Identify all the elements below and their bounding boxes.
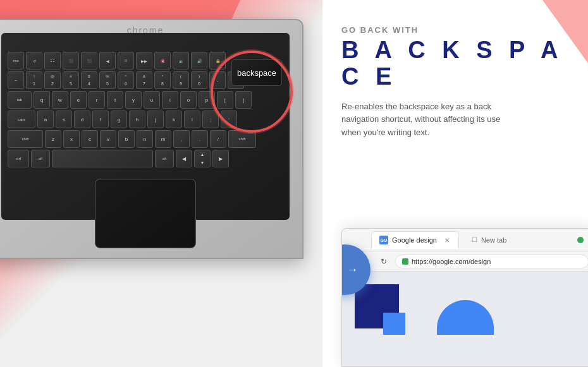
key-u: u: [144, 91, 160, 109]
key-b: b: [118, 130, 135, 148]
active-tab-label: Google design: [392, 236, 437, 244]
key-shiftL: shift: [8, 130, 43, 148]
key-9: (9: [173, 71, 189, 89]
key-d: d: [74, 111, 90, 128]
key-x: x: [63, 130, 80, 148]
key-a: a: [37, 111, 54, 128]
trackpad: [95, 179, 196, 248]
new-tab-label: New tab: [481, 236, 506, 244]
key-space: [52, 150, 153, 167]
key-l: l: [184, 111, 200, 128]
url-text: https://google.com/design: [412, 258, 491, 265]
key-r: r: [89, 91, 105, 109]
key-row-ctrl: ctrl alt alt ◀ ▲▼ ▶: [8, 150, 283, 167]
forward-arrow-icon: →: [346, 263, 358, 277]
main-title: B A C K S P A C E: [341, 37, 569, 90]
address-bar: ↻ https://google.com/design: [342, 251, 588, 272]
key-up-down: ▲▼: [194, 150, 211, 167]
key-2: @2: [44, 71, 61, 89]
key-5: %5: [99, 71, 116, 89]
key-altR: alt: [155, 150, 174, 167]
key-s: s: [56, 111, 72, 128]
key-i: i: [162, 91, 178, 109]
right-panel: GO BACK WITH B A C K S P A C E Re-enable…: [322, 0, 588, 367]
key-n: n: [137, 130, 153, 148]
key-left: ◀: [176, 150, 192, 167]
url-input[interactable]: https://google.com/design: [395, 255, 588, 268]
key-k: k: [166, 111, 182, 128]
browser-mockup: ← → GO Google design ✕ ☐ New tab: [341, 228, 588, 367]
key-caps: caps: [8, 111, 35, 128]
key-8: *8: [154, 71, 171, 89]
secure-icon: [402, 258, 408, 265]
keyboard-wrapper: chrome esc ↺ ⛶ ⬛ ⬛ ◀ ▶⃝ ▶▶: [0, 19, 322, 284]
key-q: q: [34, 91, 50, 109]
browser-tab-bar: GO Google design ✕ ☐ New tab: [342, 229, 588, 251]
refresh-button[interactable]: ↻: [377, 255, 390, 268]
key-m: m: [155, 130, 171, 148]
tab-close-icon[interactable]: ✕: [443, 236, 451, 244]
browser-content-area: [342, 272, 588, 347]
key-row-shift: shift z x c v b n m , . / shift: [8, 130, 283, 148]
key-f: f: [92, 111, 109, 128]
blue-square: [383, 313, 405, 335]
backspace-highlight-circle: [211, 51, 293, 133]
key-e: e: [70, 91, 87, 109]
key-f9: 🔉: [173, 52, 189, 69]
key-f6: ▶⃝: [118, 52, 134, 69]
blue-semicircle: [437, 300, 494, 335]
color-squares: [355, 284, 405, 335]
key-t: t: [107, 91, 123, 109]
subtitle: GO BACK WITH: [341, 25, 569, 35]
key-period: .: [192, 130, 208, 148]
key-y: y: [125, 91, 142, 109]
inactive-tab[interactable]: ☐ New tab: [464, 231, 514, 249]
key-f4: ⬛: [81, 52, 97, 69]
key-slash: /: [210, 130, 226, 148]
key-ctrl: ctrl: [8, 150, 29, 167]
nav-buttons: ← →: [341, 263, 358, 277]
key-o: o: [180, 91, 197, 109]
key-v: v: [100, 130, 116, 148]
key-w: w: [52, 91, 68, 109]
key-esc: esc: [8, 52, 24, 69]
active-tab[interactable]: GO Google design ✕: [371, 231, 459, 249]
description-text: Re-enables the backspace key as a back n…: [341, 100, 518, 140]
green-dot-decoration: [577, 237, 584, 243]
key-shiftR: shift: [228, 130, 256, 148]
key-comma: ,: [173, 130, 190, 148]
key-alt: alt: [31, 150, 50, 167]
key-3: #3: [63, 71, 79, 89]
key-z: z: [45, 130, 61, 148]
key-1: !1: [26, 71, 42, 89]
key-tab: tab: [8, 91, 32, 109]
key-f7: ▶▶: [136, 52, 152, 69]
key-f5: ◀: [99, 52, 116, 69]
key-f1: ↺: [26, 52, 42, 69]
laptop-body: chrome esc ↺ ⛶ ⬛ ⬛ ◀ ▶⃝ ▶▶: [0, 19, 303, 259]
page-icon: ☐: [472, 236, 477, 243]
left-panel: chrome esc ↺ ⛶ ⬛ ⬛ ◀ ▶⃝ ▶▶: [0, 0, 322, 367]
key-6: ^6: [118, 71, 134, 89]
key-tilde: ~: [8, 71, 24, 89]
key-j: j: [147, 111, 164, 128]
key-h: h: [129, 111, 145, 128]
key-4: $4: [81, 71, 97, 89]
key-g: g: [111, 111, 127, 128]
key-7: &7: [136, 71, 152, 89]
favicon: GO: [379, 236, 388, 244]
key-right: ▶: [212, 150, 229, 167]
key-c: c: [82, 130, 98, 148]
key-f8: 🔇: [154, 52, 171, 69]
back-arrow-icon: ←: [341, 263, 344, 277]
key-f2: ⛶: [44, 52, 61, 69]
key-f3: ⬛: [63, 52, 79, 69]
key-0: )0: [191, 71, 207, 89]
key-f10: 🔊: [191, 52, 207, 69]
page-container: chrome esc ↺ ⛶ ⬛ ⬛ ◀ ▶⃝ ▶▶: [0, 0, 588, 367]
